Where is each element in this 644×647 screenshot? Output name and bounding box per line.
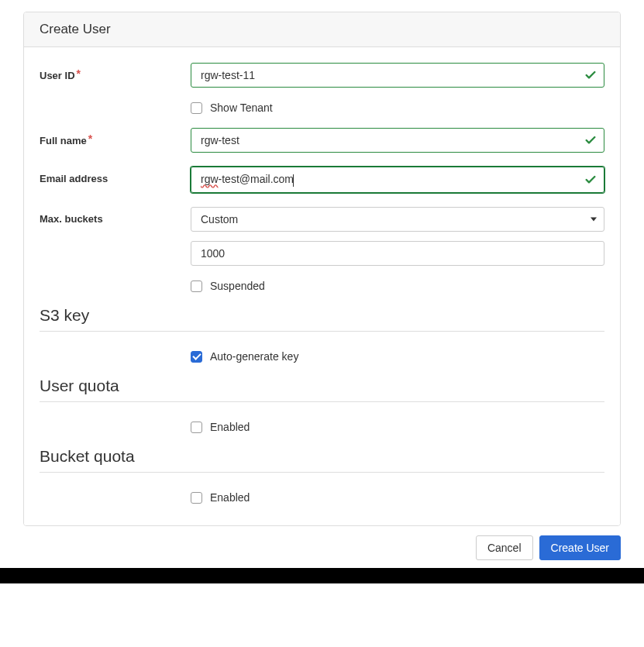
card-body: User ID* Show Tenant	[24, 47, 620, 525]
row-auto-generate: Auto-generate key	[40, 350, 604, 363]
bottom-bar	[0, 568, 644, 583]
auto-generate-checkbox[interactable]	[191, 351, 202, 363]
suspended-label: Suspended	[210, 280, 265, 292]
row-user-id: User ID*	[40, 63, 604, 88]
user-id-input[interactable]	[191, 63, 604, 88]
required-mark: *	[88, 132, 92, 145]
row-suspended: Suspended	[40, 280, 604, 292]
bucket-quota-enabled-checkbox[interactable]	[191, 492, 202, 504]
max-buckets-value-input[interactable]	[191, 241, 604, 266]
bucket-quota-enabled-label: Enabled	[210, 491, 250, 504]
label-user-id: User ID*	[40, 63, 191, 81]
email-input[interactable]: rgw-test@mail.com	[191, 167, 604, 193]
label-full-name: Full name*	[40, 128, 191, 146]
row-max-buckets-value	[40, 241, 604, 266]
show-tenant-checkbox[interactable]	[191, 102, 202, 114]
section-user-quota: User quota	[40, 377, 604, 402]
check-icon	[584, 174, 597, 186]
label-email: Email address	[40, 167, 191, 184]
suspended-checkbox[interactable]	[191, 280, 202, 292]
row-user-quota-enabled: Enabled	[40, 421, 604, 433]
create-user-button[interactable]: Create User	[539, 535, 621, 560]
user-quota-enabled-label: Enabled	[210, 421, 250, 433]
row-email: Email address rgw-test@mail.com	[40, 167, 604, 193]
auto-generate-label: Auto-generate key	[210, 350, 298, 363]
max-buckets-select[interactable]: Custom	[191, 207, 604, 232]
page-title: Create User	[40, 22, 111, 36]
text-cursor	[293, 174, 294, 187]
label-max-buckets: Max. buckets	[40, 207, 191, 225]
section-s3-key: S3 key	[40, 306, 604, 332]
row-bucket-quota-enabled: Enabled	[40, 491, 604, 504]
show-tenant-label: Show Tenant	[210, 102, 273, 114]
section-bucket-quota: Bucket quota	[40, 447, 604, 473]
check-icon	[584, 134, 597, 146]
required-mark: *	[77, 67, 81, 80]
cancel-button[interactable]: Cancel	[476, 535, 533, 560]
full-name-input[interactable]	[191, 128, 604, 153]
row-show-tenant: Show Tenant	[40, 102, 604, 114]
row-full-name: Full name*	[40, 128, 604, 153]
row-max-buckets: Max. buckets Custom	[40, 207, 604, 232]
check-icon	[584, 69, 597, 81]
form-footer: Cancel Create User	[0, 526, 644, 560]
card-header: Create User	[24, 12, 620, 47]
create-user-card: Create User User ID* Sh	[23, 12, 621, 526]
user-quota-enabled-checkbox[interactable]	[191, 422, 202, 433]
